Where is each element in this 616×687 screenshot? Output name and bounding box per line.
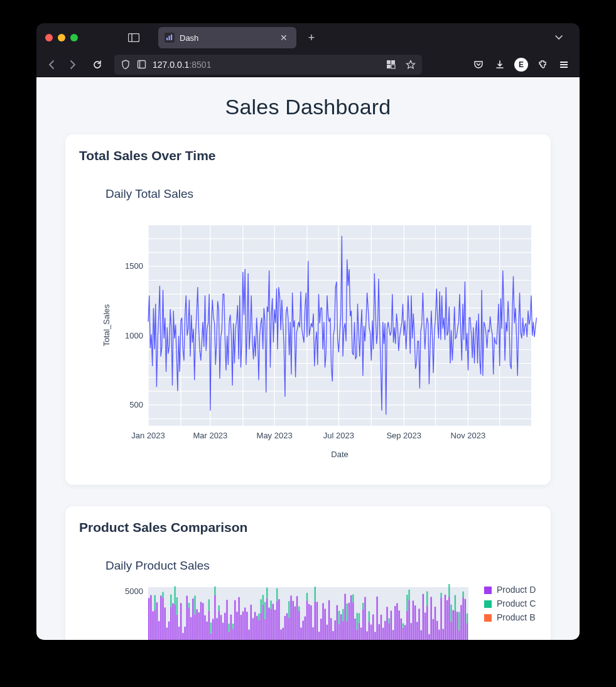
tab-favicon-icon <box>165 33 175 43</box>
svg-rect-201 <box>379 624 380 640</box>
svg-rect-61 <box>160 595 161 640</box>
svg-rect-167 <box>327 625 328 640</box>
svg-rect-216 <box>404 625 406 640</box>
svg-rect-176 <box>342 620 343 640</box>
svg-rect-8 <box>387 65 391 68</box>
svg-rect-239 <box>443 629 444 640</box>
svg-rect-112 <box>238 597 239 640</box>
svg-rect-158 <box>310 605 311 640</box>
svg-rect-127 <box>262 595 264 605</box>
svg-rect-136 <box>274 610 276 640</box>
svg-rect-73 <box>176 597 178 615</box>
svg-rect-199 <box>374 632 376 640</box>
pocket-icon[interactable] <box>469 55 488 74</box>
svg-rect-157 <box>308 604 310 640</box>
svg-text:Nov 2023: Nov 2023 <box>451 431 486 440</box>
svg-rect-9 <box>391 65 395 68</box>
back-button[interactable] <box>43 55 62 74</box>
svg-rect-218 <box>406 595 408 611</box>
reload-button[interactable] <box>88 55 107 74</box>
svg-rect-243 <box>448 584 450 597</box>
svg-rect-104 <box>226 600 227 640</box>
svg-rect-130 <box>266 598 267 640</box>
browser-tab[interactable]: Dash ✕ <box>158 27 296 48</box>
svg-rect-230 <box>426 592 428 606</box>
svg-rect-115 <box>244 607 246 640</box>
svg-rect-209 <box>392 630 394 640</box>
svg-rect-228 <box>424 612 426 640</box>
svg-rect-224 <box>416 622 418 640</box>
extensions-icon[interactable] <box>533 55 552 74</box>
svg-rect-175 <box>340 614 342 640</box>
bookmark-star-icon[interactable] <box>406 60 416 70</box>
svg-rect-118 <box>251 605 252 640</box>
url-text: 127.0.0.1:8501 <box>153 60 211 70</box>
svg-rect-187 <box>357 613 358 629</box>
forward-button[interactable] <box>63 55 82 74</box>
svg-rect-125 <box>261 599 262 613</box>
svg-rect-99 <box>219 611 220 640</box>
svg-rect-190 <box>360 627 362 640</box>
svg-rect-145 <box>288 601 289 617</box>
chart-product-sales[interactable]: Daily Product Sales 5000Product DProduct… <box>79 546 537 640</box>
svg-rect-234 <box>435 607 436 640</box>
svg-rect-88 <box>202 603 203 640</box>
svg-rect-165 <box>322 603 323 640</box>
svg-rect-241 <box>446 600 448 640</box>
tabs-overflow-icon[interactable] <box>554 33 570 42</box>
svg-rect-166 <box>325 609 326 640</box>
svg-rect-178 <box>344 594 345 640</box>
svg-rect-242 <box>448 597 450 640</box>
svg-rect-162 <box>316 602 318 640</box>
svg-rect-86 <box>198 612 200 640</box>
tab-close-icon[interactable]: ✕ <box>278 31 290 44</box>
svg-rect-135 <box>273 604 274 640</box>
svg-text:1500: 1500 <box>125 261 143 271</box>
svg-rect-151 <box>298 607 300 611</box>
shield-icon[interactable] <box>121 60 131 70</box>
new-tab-button[interactable]: + <box>303 29 320 46</box>
svg-rect-233 <box>433 619 434 640</box>
card-heading-total-sales: Total Sales Over Time <box>79 148 537 163</box>
svg-rect-235 <box>436 621 438 640</box>
toolbar: 127.0.0.1:8501 E <box>36 52 580 77</box>
svg-rect-110 <box>234 600 235 640</box>
svg-rect-232 <box>430 597 431 640</box>
svg-rect-124 <box>261 613 262 640</box>
svg-rect-148 <box>294 607 296 640</box>
svg-rect-173 <box>338 624 340 640</box>
svg-rect-146 <box>290 595 291 640</box>
svg-rect-56 <box>152 611 153 640</box>
site-info-icon[interactable] <box>137 60 146 69</box>
svg-rect-194 <box>366 631 367 640</box>
minimize-window-button[interactable] <box>58 34 65 41</box>
svg-rect-172 <box>337 605 338 640</box>
svg-rect-237 <box>440 598 441 640</box>
svg-rect-122 <box>258 620 259 640</box>
svg-rect-74 <box>178 627 180 640</box>
reader-view-icon[interactable] <box>386 60 396 69</box>
chart-total-sales[interactable]: Daily Total Sales 50010001500Jan 2023Mar… <box>79 175 537 467</box>
page-title: Sales Dashboard <box>36 77 580 134</box>
svg-rect-211 <box>396 603 397 640</box>
svg-rect-138 <box>276 588 278 601</box>
sidebar-toggle-icon[interactable] <box>126 31 142 44</box>
svg-rect-126 <box>262 605 264 640</box>
svg-rect-258 <box>484 587 492 594</box>
close-window-button[interactable] <box>45 34 53 41</box>
svg-rect-109 <box>232 624 234 629</box>
svg-rect-250 <box>458 630 460 640</box>
svg-rect-189 <box>359 613 360 623</box>
svg-rect-105 <box>229 632 230 640</box>
svg-rect-63 <box>162 592 163 598</box>
svg-rect-101 <box>220 615 222 640</box>
zoom-window-button[interactable] <box>70 34 78 41</box>
extension-badge[interactable]: E <box>512 55 531 74</box>
svg-rect-129 <box>264 602 266 619</box>
downloads-icon[interactable] <box>490 55 509 74</box>
svg-rect-87 <box>200 602 202 640</box>
svg-rect-84 <box>194 596 195 615</box>
app-menu-icon[interactable] <box>554 55 573 74</box>
svg-rect-208 <box>391 611 392 640</box>
address-bar[interactable]: 127.0.0.1:8501 <box>114 55 422 75</box>
